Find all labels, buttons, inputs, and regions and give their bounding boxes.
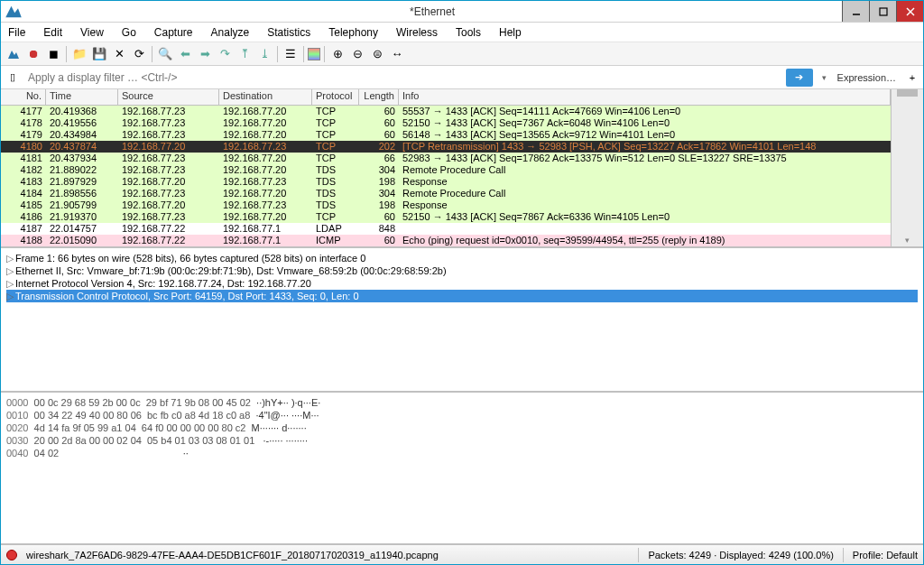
toolbar-open-icon[interactable]: 📁 xyxy=(70,45,88,63)
toolbar-reload-icon[interactable]: ⟳ xyxy=(130,45,148,63)
expert-info-icon[interactable] xyxy=(6,550,17,560)
packet-row[interactable]: 417920.434984192.168.77.23192.168.77.20T… xyxy=(1,129,891,141)
hex-row[interactable]: 0020 4d 14 fa 9f 05 99 a1 04 64 f0 00 00… xyxy=(6,421,918,434)
hex-row[interactable]: 0030 20 00 2d 8a 00 00 02 04 05 b4 01 03… xyxy=(6,434,918,447)
col-header-length[interactable]: Length xyxy=(359,89,399,105)
app-icon xyxy=(5,3,23,21)
window-title: *Ethernet xyxy=(23,5,842,18)
toolbar-start-capture-icon[interactable] xyxy=(5,45,23,63)
hex-row[interactable]: 0040 04 02 ·· xyxy=(6,447,918,459)
packet-row[interactable]: 418020.437874192.168.77.20192.168.77.23T… xyxy=(1,141,891,153)
col-header-source[interactable]: Source xyxy=(118,89,219,105)
col-header-protocol[interactable]: Protocol xyxy=(312,89,359,105)
menu-capture[interactable]: Capture xyxy=(151,24,197,41)
menu-wireless[interactable]: Wireless xyxy=(393,24,441,41)
packet-list-scrollbar[interactable]: ▾ xyxy=(891,89,923,246)
packet-details-pane[interactable]: ▷Frame 1: 66 bytes on wire (528 bits), 6… xyxy=(1,248,923,393)
menu-help[interactable]: Help xyxy=(495,24,525,41)
packet-row[interactable]: 418221.889022192.168.77.23192.168.77.20T… xyxy=(1,164,891,176)
packet-list-pane: No. Time Source Destination Protocol Len… xyxy=(1,89,923,248)
col-header-info[interactable]: Info xyxy=(399,89,891,105)
toolbar-first-icon[interactable]: ⤒ xyxy=(236,45,254,63)
detail-row: ▷Internet Protocol Version 4, Src: 192.1… xyxy=(6,277,918,290)
packet-row[interactable]: 418722.014757192.168.77.22192.168.77.1LD… xyxy=(1,223,891,235)
packet-row[interactable]: 417820.419556192.168.77.23192.168.77.20T… xyxy=(1,117,891,129)
display-filter-input[interactable] xyxy=(24,69,782,86)
titlebar: *Ethernet xyxy=(1,1,923,23)
packet-list-header[interactable]: No. Time Source Destination Protocol Len… xyxy=(1,89,891,106)
menu-statistics[interactable]: Statistics xyxy=(263,24,314,41)
status-packets: Packets: 4249 · Displayed: 4249 (100.0%) xyxy=(648,550,833,560)
status-profile[interactable]: Profile: Default xyxy=(853,550,918,560)
toolbar: ⏺ ◼ 📁 💾 ✕ ⟳ 🔍 ⬅ ➡ ↷ ⤒ ⤓ ☰ ⊕ ⊖ ⊜ ↔ xyxy=(1,42,923,66)
menu-edit[interactable]: Edit xyxy=(40,24,66,41)
menu-file[interactable]: File xyxy=(5,24,29,41)
toolbar-zoom-out-icon[interactable]: ⊖ xyxy=(348,45,366,63)
toolbar-autoscroll-icon[interactable]: ☰ xyxy=(282,45,300,63)
packet-row[interactable]: 418822.015090192.168.77.22192.168.77.1IC… xyxy=(1,235,891,246)
svg-rect-1 xyxy=(880,8,887,15)
expression-button[interactable]: Expression… xyxy=(832,72,901,83)
menu-view[interactable]: View xyxy=(77,24,107,41)
detail-row-selected: ▷Transmission Control Protocol, Src Port… xyxy=(6,290,918,302)
hex-row[interactable]: 0000 00 0c 29 68 59 2b 00 0c 29 bf 71 9b… xyxy=(6,396,918,409)
statusbar: wireshark_7A2F6AD6-9829-47FE-AAA4-DE5DB1… xyxy=(1,544,923,564)
toolbar-colorize-icon[interactable] xyxy=(308,48,320,60)
menubar: File Edit View Go Capture Analyze Statis… xyxy=(1,23,923,42)
menu-telephony[interactable]: Telephony xyxy=(325,24,382,41)
add-filter-button[interactable]: + xyxy=(905,72,919,83)
packet-row[interactable]: 418521.905799192.168.77.20192.168.77.23T… xyxy=(1,199,891,211)
toolbar-stop-capture-icon[interactable]: ⏺ xyxy=(24,45,42,63)
minimize-button[interactable] xyxy=(842,1,869,22)
toolbar-last-icon[interactable]: ⤓ xyxy=(255,45,273,63)
toolbar-prev-icon[interactable]: ⬅ xyxy=(176,45,194,63)
toolbar-find-icon[interactable]: 🔍 xyxy=(156,45,174,63)
packet-row[interactable]: 418120.437934192.168.77.23192.168.77.20T… xyxy=(1,153,891,164)
toolbar-resize-columns-icon[interactable]: ↔ xyxy=(388,45,406,63)
toolbar-goto-icon[interactable]: ↷ xyxy=(216,45,234,63)
packet-row[interactable]: 418321.897929192.168.77.20192.168.77.23T… xyxy=(1,176,891,188)
close-button[interactable] xyxy=(896,1,923,22)
toolbar-zoom-reset-icon[interactable]: ⊜ xyxy=(368,45,386,63)
toolbar-save-icon[interactable]: 💾 xyxy=(90,45,108,63)
menu-tools[interactable]: Tools xyxy=(452,24,485,41)
packet-row[interactable]: 418621.919370192.168.77.23192.168.77.20T… xyxy=(1,211,891,223)
menu-go[interactable]: Go xyxy=(118,24,140,41)
toolbar-close-file-icon[interactable]: ✕ xyxy=(110,45,128,63)
toolbar-restart-icon[interactable]: ◼ xyxy=(44,45,62,63)
col-header-no[interactable]: No. xyxy=(1,89,46,105)
detail-row: ▷Frame 1: 66 bytes on wire (528 bits), 6… xyxy=(6,252,918,264)
packet-bytes-pane[interactable]: 0000 00 0c 29 68 59 2b 00 0c 29 bf 71 9b… xyxy=(1,393,923,544)
filterbar: ▯ ➔ ▾ Expression… + xyxy=(1,66,923,89)
toolbar-zoom-in-icon[interactable]: ⊕ xyxy=(328,45,346,63)
hex-row[interactable]: 0010 00 34 22 49 40 00 80 06 bc fb c0 a8… xyxy=(6,409,918,421)
col-header-destination[interactable]: Destination xyxy=(219,89,312,105)
maximize-button[interactable] xyxy=(869,1,896,22)
filter-history-dropdown[interactable]: ▾ xyxy=(820,73,828,82)
detail-row: ▷Ethernet II, Src: Vmware_bf:71:9b (00:0… xyxy=(6,264,918,277)
col-header-time[interactable]: Time xyxy=(46,89,118,105)
packet-row[interactable]: 417720.419368192.168.77.23192.168.77.20T… xyxy=(1,106,891,117)
toolbar-next-icon[interactable]: ➡ xyxy=(196,45,214,63)
bookmark-filter-icon[interactable]: ▯ xyxy=(5,69,21,86)
menu-analyze[interactable]: Analyze xyxy=(208,24,254,41)
apply-filter-button[interactable]: ➔ xyxy=(786,69,813,87)
status-filename: wireshark_7A2F6AD6-9829-47FE-AAA4-DE5DB1… xyxy=(26,550,629,560)
packet-row[interactable]: 418421.898556192.168.77.23192.168.77.20T… xyxy=(1,188,891,199)
